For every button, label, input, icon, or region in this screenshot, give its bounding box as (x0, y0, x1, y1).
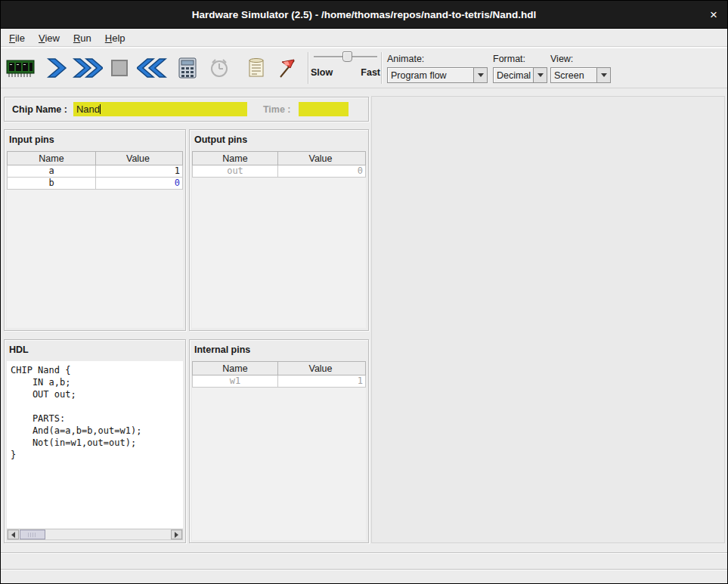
table-row: b 0 (7, 178, 183, 190)
animate-label: Animate: (387, 54, 488, 64)
run-button[interactable] (73, 53, 103, 83)
output-pins-title: Output pins (190, 130, 368, 150)
chip-name-input[interactable]: Nand (73, 102, 247, 116)
single-step-icon (45, 58, 68, 78)
memory-chip-icon (6, 58, 35, 78)
status-bar (1, 552, 727, 569)
hdl-code-view: CHIP Nand { IN a,b; OUT out; PARTS: And(… (7, 361, 183, 528)
toolbar-separator (308, 52, 309, 84)
pin-name-cell[interactable]: a (7, 165, 96, 178)
format-value: Decimal (494, 68, 533, 82)
titlebar: Hardware Simulator (2.5) - /home/thomas/… (1, 1, 727, 29)
chevron-down-icon[interactable] (596, 68, 610, 82)
input-pins-title: Input pins (5, 130, 185, 150)
close-icon[interactable]: × (710, 8, 717, 21)
single-step-button[interactable] (42, 53, 72, 83)
window-title: Hardware Simulator (2.5) - /home/thomas/… (192, 9, 536, 20)
chip-header-panel: Chip Name : Nand Time : (4, 97, 369, 122)
table-header-row: Name Value (7, 151, 183, 165)
view-select[interactable]: Screen (550, 67, 611, 83)
hdl-horizontal-scrollbar[interactable] (7, 529, 183, 540)
input-pins-panel: Input pins Name Value a 1 b 0 (4, 129, 186, 331)
output-pins-table: Name Value out 0 (192, 151, 366, 328)
hardware-simulator-window: Hardware Simulator (2.5) - /home/thomas/… (0, 0, 728, 584)
slider-slow-label: Slow (311, 67, 333, 78)
script-button[interactable] (241, 53, 271, 83)
animate-value: Program flow (388, 68, 473, 82)
hdl-panel: HDL CHIP Nand { IN a,b; OUT out; PARTS: … (4, 339, 186, 543)
speed-slider-group: Slow Fast (311, 51, 380, 78)
format-label: Format: (493, 54, 547, 64)
table-row: out 0 (192, 165, 366, 178)
toolbar-separator-2 (381, 52, 383, 84)
format-select[interactable]: Decimal (493, 67, 547, 83)
input-pins-table: Name Value a 1 b 0 (7, 151, 183, 328)
pin-value-cell: 1 (277, 375, 366, 388)
internal-pins-title: Internal pins (190, 340, 368, 360)
menu-file[interactable]: File (2, 30, 32, 46)
load-chip-button[interactable] (5, 53, 36, 83)
pin-name-cell[interactable]: b (7, 178, 96, 190)
calculator-icon (178, 57, 197, 79)
table-header-row: Name Value (192, 151, 366, 165)
slider-fast-label: Fast (361, 67, 380, 78)
screen-view-area (371, 96, 725, 543)
text-caret (100, 104, 101, 114)
chip-name-label: Chip Name : (12, 104, 67, 115)
pin-name-cell: out (192, 165, 278, 178)
pin-value-cell[interactable]: 1 (95, 165, 183, 178)
time-label: Time : (263, 104, 291, 115)
scrollbar-track[interactable] (19, 530, 171, 539)
animate-group: Animate: Program flow (387, 54, 488, 83)
stop-icon (110, 59, 129, 77)
scroll-left-icon[interactable] (8, 530, 19, 539)
chevron-down-icon[interactable] (473, 68, 487, 82)
output-pins-panel: Output pins Name Value out 0 (189, 129, 369, 331)
menu-help[interactable]: Help (98, 30, 132, 46)
breakpoint-button[interactable] (272, 53, 302, 83)
view-value: Screen (551, 68, 596, 82)
table-row: w1 1 (192, 375, 366, 388)
view-group: View: Screen (550, 54, 611, 83)
hdl-code: CHIP Nand { IN a,b; OUT out; PARTS: And(… (7, 361, 183, 461)
table-header-row: Name Value (192, 361, 366, 375)
internal-pins-panel: Internal pins Name Value w1 1 (189, 339, 369, 543)
hdl-title: HDL (5, 340, 185, 360)
pin-value-cell: 0 (277, 165, 366, 178)
clock-button[interactable] (204, 53, 234, 83)
rewind-icon (137, 58, 167, 78)
stop-button[interactable] (104, 53, 135, 83)
internal-pins-table: Name Value w1 1 (192, 361, 366, 540)
pin-value-cell[interactable]: 0 (95, 178, 183, 190)
speed-slider-thumb[interactable] (342, 51, 352, 62)
animate-select[interactable]: Program flow (387, 67, 488, 83)
menu-view[interactable]: View (32, 30, 67, 46)
chevron-down-icon[interactable] (533, 68, 547, 82)
scroll-right-icon[interactable] (171, 530, 182, 539)
menu-bar: File View Run Help (1, 29, 727, 47)
table-row: a 1 (7, 165, 183, 178)
script-icon (247, 57, 265, 79)
reset-button[interactable] (137, 53, 167, 83)
breakpoint-flag-icon (277, 57, 298, 79)
menu-run[interactable]: Run (67, 30, 98, 46)
calculator-button[interactable] (172, 53, 203, 83)
view-label: View: (550, 54, 611, 64)
speed-slider[interactable] (314, 56, 377, 58)
format-group: Format: Decimal (493, 54, 547, 83)
toolbar: Slow Fast Animate: Program flow Format: … (1, 48, 727, 88)
run-icon (73, 58, 103, 78)
pin-name-cell: w1 (192, 375, 278, 388)
time-field (299, 102, 349, 116)
scrollbar-thumb[interactable] (20, 530, 45, 539)
message-bar (1, 569, 727, 584)
clock-icon (209, 57, 230, 79)
